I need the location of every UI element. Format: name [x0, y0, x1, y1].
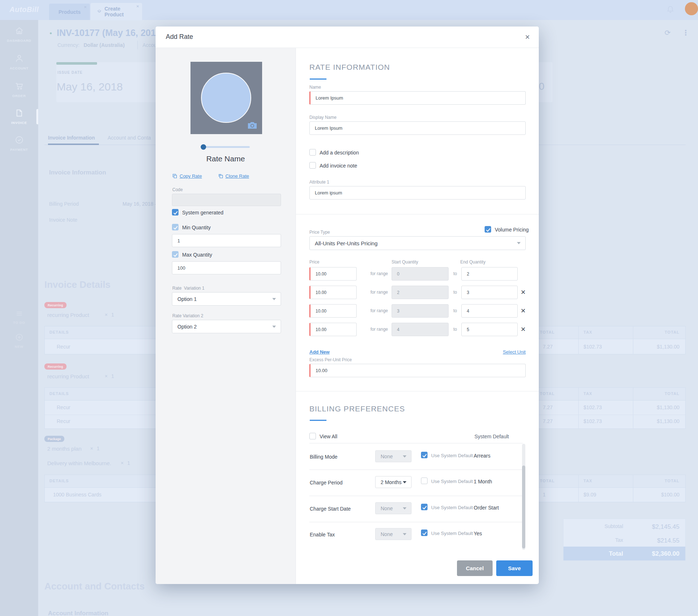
invoice-icon — [15, 108, 24, 118]
price-type-value: All-Units Per-Units Pricing — [315, 240, 378, 246]
times: × — [90, 446, 93, 451]
system-generated-checkbox[interactable] — [172, 209, 178, 216]
close-icon[interactable]: ✕ — [525, 33, 530, 41]
rate-variation-2-select[interactable]: Option 2 — [172, 320, 281, 333]
block-title: recurring Product — [47, 373, 89, 379]
sidebar-label: ORDER — [0, 94, 38, 98]
end-quantity-input[interactable]: 3 — [461, 286, 518, 299]
invoice-note-label: Invoice Note — [49, 217, 77, 223]
to-label: to — [453, 308, 457, 313]
cell-subtotal: 7.27 — [543, 404, 553, 410]
min-quantity-input[interactable]: 1 — [172, 234, 281, 247]
sidebar-label: NEW — [0, 345, 38, 349]
charge-period-select[interactable]: 2 Months — [375, 476, 412, 488]
view-all-checkbox[interactable] — [309, 433, 316, 439]
use-system-default-checkbox[interactable] — [421, 478, 428, 484]
end-quantity-input[interactable]: 4 — [461, 304, 518, 318]
clone-rate-link[interactable]: Clone Rate — [225, 173, 249, 179]
end-quantity-input[interactable]: 5 — [461, 323, 518, 336]
max-quantity-checkbox[interactable] — [172, 251, 178, 258]
start-quantity-input: 2 — [392, 286, 449, 299]
add-description-label: Add a description — [320, 150, 359, 156]
cell-name: Recur — [57, 418, 70, 424]
subtotal-value: $2,145.45 — [652, 523, 679, 531]
billing-preferences-heading: BILLING PREFERENCES — [309, 404, 405, 413]
end-quantity-input[interactable]: 2 — [461, 267, 518, 281]
row-divider — [309, 443, 523, 443]
block-title: 2 months plan — [47, 446, 81, 452]
cancel-button[interactable]: Cancel — [457, 560, 493, 576]
sidebar-item-new: NEW — [0, 333, 38, 349]
tax-label: Tax — [579, 537, 623, 543]
column-divider — [578, 326, 579, 354]
col-tax: TAX — [583, 330, 592, 334]
price-input[interactable]: 10.00 — [309, 286, 357, 299]
column-divider — [633, 326, 633, 354]
name-input[interactable]: Lorem Ipsum — [309, 91, 526, 105]
system-default-value: Yes — [474, 531, 482, 536]
enable-tax-select: None — [375, 528, 412, 540]
issue-date-label: ISSUE DATE — [57, 71, 83, 75]
excess-per-unit-price-input[interactable]: 10.00 — [309, 364, 526, 377]
attribute-1-input[interactable]: Lorem ipsum — [309, 186, 526, 200]
screen: AutoBill Products ✕ Create Product ✕ DAS… — [0, 0, 698, 616]
row-divider — [309, 522, 523, 522]
rate-variation-1-select[interactable]: Option 1 — [172, 292, 281, 306]
slider-handle[interactable] — [201, 144, 206, 150]
for-range-label: for range — [370, 271, 388, 276]
col-subtotal: TOTAL — [540, 330, 555, 334]
use-system-default-checkbox[interactable] — [421, 452, 428, 458]
image-zoom-slider[interactable] — [203, 146, 250, 148]
layers-icon — [97, 9, 101, 15]
modal-title: Add Rate — [166, 33, 193, 41]
chevron-down-icon — [403, 455, 406, 458]
use-system-default-label: Use System Default — [431, 479, 473, 484]
add-new-link[interactable]: Add New — [309, 349, 330, 355]
rate-variation-1-label: Rate Variation 1 — [172, 286, 205, 291]
price-type-select[interactable]: All-Units Per-Units Pricing — [309, 236, 526, 250]
start-quantity-input: 0 — [392, 267, 449, 281]
save-button[interactable]: Save — [496, 560, 533, 576]
price-input[interactable]: 10.00 — [309, 304, 357, 318]
use-system-default-checkbox[interactable] — [421, 530, 428, 536]
check-circle-icon — [15, 135, 24, 145]
start-quantity-header: Start Quantity — [392, 259, 418, 265]
rate-variation-2-value: Option 2 — [177, 324, 197, 330]
copy-rate-link[interactable]: Copy Rate — [180, 173, 202, 179]
min-quantity-checkbox[interactable] — [172, 224, 178, 230]
remove-row-icon[interactable]: ✕ — [521, 307, 526, 315]
column-divider — [578, 475, 579, 502]
system-default-header: System Default — [474, 434, 509, 439]
chevron-down-icon — [517, 242, 521, 244]
add-description-checkbox[interactable] — [309, 149, 316, 156]
divider — [137, 41, 138, 49]
volume-pricing-checkbox[interactable] — [485, 226, 491, 233]
scrollbar-thumb[interactable] — [522, 466, 525, 548]
rate-image-placeholder[interactable] — [190, 62, 262, 134]
camera-icon[interactable] — [247, 121, 258, 130]
refresh-icon: ⟳ — [665, 28, 671, 37]
card-accent-bar — [56, 62, 97, 65]
price-input[interactable]: 10.00 — [309, 323, 357, 336]
select-unit-link[interactable]: Select Unit — [503, 349, 526, 355]
cell-total: $100.00 — [661, 492, 679, 498]
qty: 1 — [127, 460, 130, 466]
sidebar-item-account: ACCOUNT — [0, 54, 38, 70]
use-system-default-checkbox[interactable] — [421, 504, 428, 510]
max-quantity-input[interactable]: 100 — [172, 261, 281, 274]
sidebar-label: INVOICE — [0, 121, 38, 125]
select-value: None — [381, 531, 393, 537]
account-contacts-heading: Account and Contacts — [44, 581, 145, 592]
remove-row-icon[interactable]: ✕ — [521, 326, 526, 333]
col-details: DETAILS — [49, 330, 69, 334]
cell-tax: $9.09 — [583, 492, 596, 498]
account-information-heading: Account Information — [48, 610, 108, 616]
remove-row-icon[interactable]: ✕ — [521, 289, 526, 296]
price-input[interactable]: 10.00 — [309, 267, 357, 281]
rate-information-heading: RATE INFORMATION — [309, 63, 390, 72]
code-label: Code — [172, 187, 183, 192]
add-invoice-note-checkbox[interactable] — [309, 162, 316, 169]
display-name-input[interactable]: Lorem Ipsum — [309, 121, 526, 135]
total-label: Total — [579, 550, 623, 557]
qty: 1 — [111, 373, 114, 379]
